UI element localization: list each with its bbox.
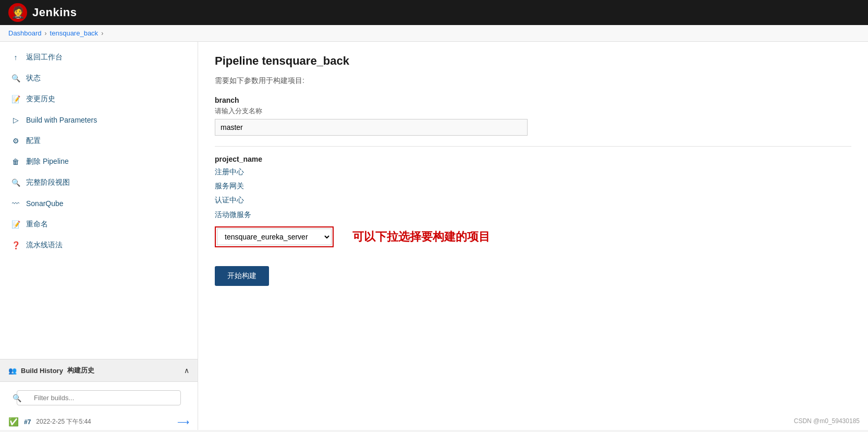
sidebar-item-full-stage-view[interactable]: 🔍 完整阶段视图 [0,172,198,193]
sidebar-nav: ↑ 返回工作台 🔍 状态 📝 变更历史 ▷ Build with Paramet… [0,42,198,359]
sidebar-item-delete-pipeline[interactable]: 🗑 删除 Pipeline [0,151,198,172]
breadcrumb-sep2: › [101,30,103,37]
build-history-section: 👥 Build History 构建历史 ∧ 🔍 ✅ #7 2022-2-25 … [0,359,198,430]
build-item[interactable]: ✅ #7 2022-2-25 下午5:44 ⟶ [0,414,198,430]
build-history-header-left: 👥 Build History 构建历史 [8,366,94,375]
sidebar-label-sonarqube: SonarQube [26,199,64,208]
sidebar-icon-sonarqube: 〰 [10,198,21,209]
sidebar-label-full-stage-view: 完整阶段视图 [26,178,70,187]
breadcrumb-sep1: › [45,30,47,37]
sidebar-item-rename[interactable]: 📝 重命名 [0,214,198,235]
breadcrumb-dashboard[interactable]: Dashboard [8,29,42,37]
main-layout: ↑ 返回工作台 🔍 状态 📝 变更历史 ▷ Build with Paramet… [0,42,868,430]
sidebar-item-pipeline-syntax[interactable]: ❓ 流水线语法 [0,235,198,256]
build-link[interactable]: #7 [24,418,31,426]
sidebar-icon-rename: 📝 [10,219,21,230]
app-title: Jenkins [32,6,77,19]
build-history-title-en: Build History [21,367,63,375]
option-item-4[interactable]: 活动微服务 [215,208,851,221]
project-name-param-section: project_name 注册中心 服务网关 认证中心 活动微服务 tensqu… [215,155,851,247]
watermark: CSDN @m0_59430185 [794,417,860,425]
param-options-list: 注册中心 服务网关 认证中心 活动微服务 [215,165,851,221]
main-content: Pipeline tensquare_back 需要如下参数用于构建项目: br… [198,42,868,430]
breadcrumb-project[interactable]: tensquare_back [50,29,99,37]
sidebar-icon-full-stage-view: 🔍 [10,177,21,188]
sidebar-label-change-history: 变更历史 [26,94,55,104]
logo-area: 🤵 Jenkins [8,3,77,22]
sidebar: ↑ 返回工作台 🔍 状态 📝 变更历史 ▷ Build with Paramet… [0,42,198,430]
sidebar-label-back-workspace: 返回工作台 [26,53,63,62]
project-name-select[interactable]: tensquare_eureka_server 注册中心 服务网关 认证中心 活… [217,229,332,245]
build-status-icon: ✅ [8,417,19,427]
sidebar-label-status: 状态 [26,74,41,83]
sidebar-item-sonarqube[interactable]: 〰 SonarQube [0,193,198,214]
build-history-collapse-icon[interactable]: ∧ [184,366,189,375]
sidebar-icon-status: 🔍 [10,73,21,83]
project-name-param-label: project_name [215,155,851,163]
filter-search-icon: 🔍 [13,394,21,402]
branch-param-label: branch [215,96,851,104]
sidebar-label-pipeline-syntax: 流水线语法 [26,241,63,250]
sidebar-item-configure[interactable]: ⚙ 配置 [0,130,198,151]
option-item-1[interactable]: 注册中心 [215,165,851,178]
sidebar-icon-build-with-params: ▷ [10,115,21,125]
header: 🤵 Jenkins [0,0,868,25]
sidebar-label-delete-pipeline: 删除 Pipeline [26,157,69,166]
sidebar-label-build-with-params: Build with Parameters [26,116,97,124]
jenkins-logo: 🤵 [8,3,27,22]
start-build-button[interactable]: 开始构建 [215,266,269,286]
branch-param-hint: 请输入分支名称 [215,106,851,116]
dropdown-row: tensquare_eureka_server 注册中心 服务网关 认证中心 活… [215,226,851,247]
option-item-2[interactable]: 服务网关 [215,179,851,193]
page-title: Pipeline tensquare_back [215,54,851,68]
sidebar-icon-change-history: 📝 [10,94,21,104]
sidebar-label-configure: 配置 [26,136,41,146]
build-date: 2022-2-25 下午5:44 [36,417,91,426]
sidebar-item-status[interactable]: 🔍 状态 [0,68,198,89]
filter-builds-input[interactable] [17,390,181,405]
filter-wrapper: 🔍 [8,386,189,410]
build-history-header[interactable]: 👥 Build History 构建历史 ∧ [0,359,198,382]
sidebar-item-back-workspace[interactable]: ↑ 返回工作台 [0,47,198,68]
param-description: 需要如下参数用于构建项目: [215,76,851,86]
sidebar-icon-configure: ⚙ [10,136,21,146]
sidebar-icon-delete-pipeline: 🗑 [10,157,21,167]
sidebar-label-rename: 重命名 [26,220,48,229]
breadcrumb: Dashboard › tensquare_back › [0,25,868,42]
sidebar-item-build-with-params[interactable]: ▷ Build with Parameters [0,110,198,130]
section-divider [215,146,851,147]
build-history-icon: 👥 [8,367,17,375]
build-arrow-icon[interactable]: ⟶ [177,417,189,427]
sidebar-item-change-history[interactable]: 📝 变更历史 [0,89,198,110]
build-history-title-cn: 构建历史 [67,366,94,375]
sidebar-icon-back-workspace: ↑ [10,52,21,63]
sidebar-icon-pipeline-syntax: ❓ [10,240,21,250]
branch-param-section: branch 请输入分支名称 [215,96,851,136]
option-item-3[interactable]: 认证中心 [215,194,851,207]
dropdown-wrapper: tensquare_eureka_server 注册中心 服务网关 认证中心 活… [215,226,334,247]
annotation-text: 可以下拉选择要构建的项目 [352,229,490,245]
branch-input[interactable] [215,119,528,136]
